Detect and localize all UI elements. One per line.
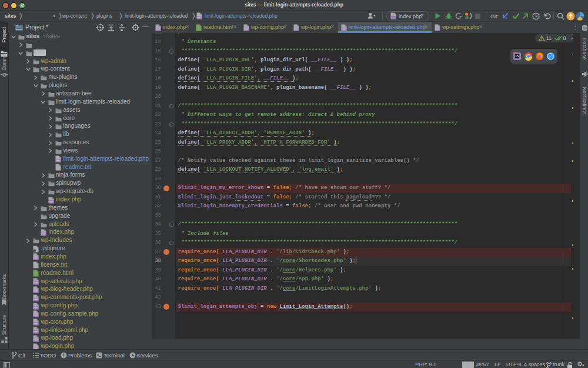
svg-text:PHP: PHP: [34, 307, 38, 309]
svg-text:PS: PS: [516, 55, 519, 58]
svg-text:PHP: PHP: [34, 258, 38, 260]
svg-text:PHP: PHP: [197, 16, 202, 19]
svg-text:PHP: PHP: [244, 28, 249, 31]
svg-text:PHP: PHP: [34, 323, 38, 325]
svg-text:PHP: PHP: [34, 299, 38, 301]
svg-text:PHP: PHP: [294, 28, 299, 31]
svg-text:PHP: PHP: [56, 160, 61, 162]
svg-text:PHP: PHP: [34, 290, 38, 293]
svg-text:PHP: PHP: [49, 201, 54, 203]
svg-text:PHP: PHP: [435, 28, 440, 31]
svg-text:PHP: PHP: [156, 28, 161, 31]
svg-text:PHP: PHP: [34, 339, 38, 342]
svg-text:PHP: PHP: [41, 233, 46, 236]
svg-text:PHP: PHP: [342, 28, 346, 31]
svg-text:PHP: PHP: [34, 282, 38, 284]
svg-text:PHP: PHP: [34, 331, 38, 333]
svg-text:PHP: PHP: [34, 315, 38, 317]
